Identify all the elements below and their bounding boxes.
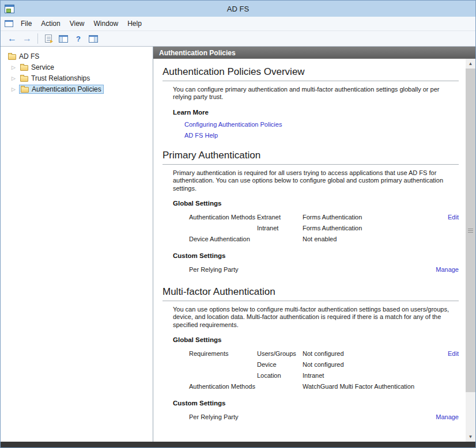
- primary-custom-settings-row: Per Relying Party Manage: [189, 264, 459, 275]
- content-scroll-area: Authentication Policies Overview You can…: [153, 59, 466, 442]
- tree-item-label: Service: [31, 63, 54, 71]
- setting-value: Not enabled: [303, 234, 428, 245]
- tree-item-label: Trust Relationships: [31, 74, 90, 82]
- setting-key: Extranet: [257, 212, 303, 223]
- tree-item-label: AD FS: [19, 52, 39, 60]
- scrollbar-track[interactable]: [466, 69, 475, 432]
- help-button[interactable]: ?: [71, 32, 85, 45]
- menu-action[interactable]: Action: [36, 18, 65, 29]
- folder-icon: [20, 65, 28, 71]
- toolbar: ← → ?: [1, 31, 475, 47]
- link-adfs-help[interactable]: AD FS Help: [184, 132, 459, 139]
- multifactor-authentication-section: Multi-factor Authentication You can use …: [153, 279, 466, 426]
- per-relying-party-label: Per Relying Party: [189, 412, 239, 423]
- expand-triangle-icon[interactable]: ▷: [12, 75, 20, 81]
- toolbar-separator: [37, 33, 38, 44]
- tree-item-label: Authentication Policies: [32, 85, 101, 93]
- menu-file[interactable]: File: [16, 18, 36, 29]
- setting-label: [189, 370, 257, 381]
- content-body: Authentication Policies Overview You can…: [153, 59, 475, 442]
- primary-authentication-section: Primary Authentication Primary authentic…: [153, 142, 466, 279]
- setting-label: Authentication Methods: [189, 212, 257, 223]
- back-arrow-icon: ←: [7, 34, 17, 43]
- primary-authentication-title: Primary Authentication: [163, 150, 459, 161]
- setting-key: Device: [257, 359, 303, 370]
- section-divider: [163, 301, 459, 301]
- tree-item-authentication-policies[interactable]: ▷ Authentication Policies: [1, 83, 153, 94]
- primary-global-settings-label: Global Settings: [173, 200, 459, 207]
- setting-value: Forms Authentication: [303, 223, 428, 234]
- mfa-custom-settings-label: Custom Settings: [173, 400, 459, 407]
- mfa-global-settings-label: Global Settings: [173, 336, 459, 343]
- setting-label: Device Authentication: [189, 234, 257, 245]
- menu-window[interactable]: Window: [89, 18, 123, 29]
- menu-bar: File Action View Window Help: [1, 17, 475, 31]
- learn-more-label: Learn More: [173, 109, 459, 116]
- folder-icon: [21, 87, 29, 93]
- show-hide-console-tree-button[interactable]: [56, 32, 70, 45]
- scroll-up-arrow[interactable]: ▲: [466, 59, 475, 69]
- setting-key: [257, 381, 303, 392]
- console-window-icon: [5, 20, 13, 27]
- setting-key: Users/Groups: [257, 348, 303, 359]
- show-hide-action-pane-icon: [89, 35, 98, 43]
- link-configuring-authentication-policies[interactable]: Configuring Authentication Policies: [184, 121, 459, 128]
- primary-manage-link[interactable]: Manage: [436, 264, 459, 275]
- main-area: AD FS ▷ Service ▷ Trust Relationships ▷ …: [1, 47, 475, 442]
- setting-value: Not configured: [303, 359, 428, 370]
- vertical-scrollbar[interactable]: ▲ ▼: [466, 59, 475, 442]
- tree-item-adfs-root[interactable]: AD FS: [1, 51, 153, 62]
- tree-item-service[interactable]: ▷ Service: [1, 62, 153, 73]
- multifactor-authentication-description: You can use options below to configure m…: [173, 306, 459, 329]
- multifactor-authentication-title: Multi-factor Authentication: [163, 286, 459, 298]
- setting-key: [257, 234, 303, 245]
- folder-icon: [8, 54, 16, 60]
- scrollbar-thumb[interactable]: [466, 69, 475, 392]
- section-divider: [163, 164, 459, 165]
- export-list-icon: [45, 35, 52, 43]
- expand-triangle-icon[interactable]: ▷: [12, 64, 20, 70]
- forward-arrow-icon: →: [22, 34, 32, 43]
- setting-label: Authentication Methods: [189, 381, 257, 392]
- per-relying-party-label: Per Relying Party: [189, 264, 239, 275]
- setting-key: Intranet: [257, 223, 303, 234]
- tree-item-trust-relationships[interactable]: ▷ Trust Relationships: [1, 73, 153, 83]
- setting-label: Requirements: [189, 348, 257, 359]
- overview-description: You can configure primary authentication…: [173, 86, 459, 101]
- export-list-button[interactable]: [41, 32, 55, 45]
- setting-key: Location: [257, 370, 303, 381]
- show-hide-console-tree-icon: [59, 35, 68, 43]
- adfs-console-window: AD FS File Action View Window Help ← → ?: [0, 0, 476, 448]
- menu-help[interactable]: Help: [123, 18, 146, 29]
- mfa-manage-link[interactable]: Manage: [436, 412, 459, 423]
- primary-authentication-description: Primary authentication is required for a…: [173, 169, 459, 192]
- window-title: AD FS: [1, 5, 475, 13]
- primary-custom-settings-label: Custom Settings: [173, 252, 459, 259]
- setting-value: Not configured: [303, 348, 428, 359]
- title-bar[interactable]: AD FS: [1, 1, 475, 17]
- setting-value: WatchGuard Multi Factor Authentication: [303, 381, 428, 392]
- folder-icon: [20, 76, 28, 82]
- setting-value: Intranet: [303, 370, 428, 381]
- back-button[interactable]: ←: [5, 32, 19, 45]
- menu-view[interactable]: View: [65, 18, 89, 29]
- setting-value: Forms Authentication: [303, 212, 428, 223]
- primary-global-settings-table: Authentication Methods Extranet Forms Au…: [189, 212, 459, 245]
- mfa-custom-settings-row: Per Relying Party Manage: [189, 412, 459, 423]
- overview-title: Authentication Policies Overview: [163, 66, 459, 78]
- mfa-global-settings-table: Requirements Users/Groups Not configured…: [189, 348, 459, 392]
- help-icon: ?: [76, 35, 81, 43]
- forward-button[interactable]: →: [20, 32, 34, 45]
- overview-section: Authentication Policies Overview You can…: [153, 59, 466, 142]
- scroll-down-arrow[interactable]: ▼: [466, 432, 475, 442]
- window-bottom-edge: [1, 442, 475, 447]
- setting-label: [189, 359, 257, 370]
- show-hide-action-pane-button[interactable]: [86, 32, 100, 45]
- selected-tree-item-highlight: Authentication Policies: [19, 85, 104, 94]
- results-pane-header: Authentication Policies: [153, 47, 475, 59]
- results-pane: Authentication Policies Authentication P…: [153, 47, 475, 442]
- mfa-edit-link[interactable]: Edit: [448, 348, 459, 359]
- console-tree-panel: AD FS ▷ Service ▷ Trust Relationships ▷ …: [1, 47, 153, 442]
- section-divider: [163, 81, 459, 81]
- primary-edit-link[interactable]: Edit: [448, 212, 459, 223]
